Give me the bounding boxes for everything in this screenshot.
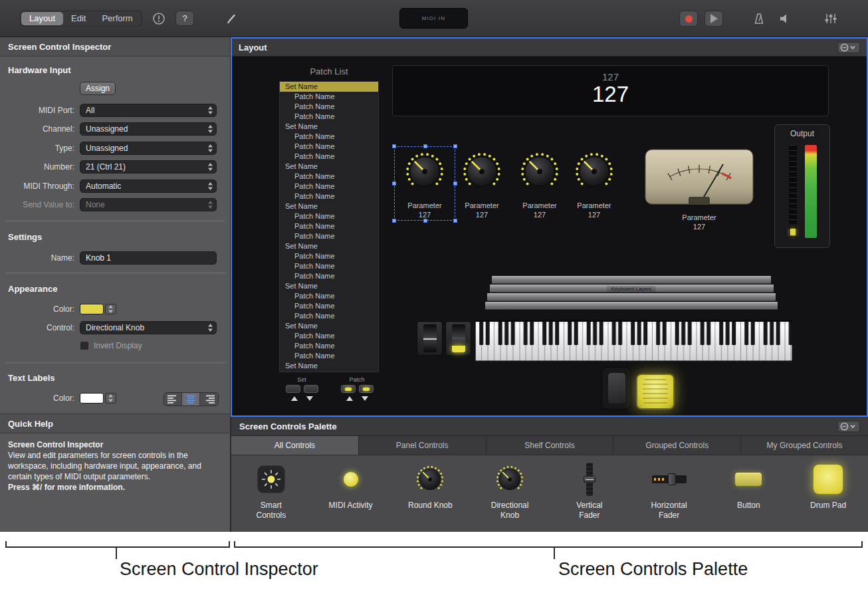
control-dropdown[interactable]: Directional Knob — [80, 321, 217, 334]
invert-display-checkbox[interactable] — [80, 341, 89, 350]
palette-item-vertical-fader[interactable]: Vertical Fader — [550, 461, 629, 521]
mode-edit-button[interactable]: Edit — [63, 12, 94, 25]
patch-list-patch-row[interactable]: Patch Name — [280, 152, 378, 162]
channel-dropdown[interactable]: Unassigned — [80, 122, 217, 136]
patch-list-patch-row[interactable]: Patch Name — [280, 261, 378, 271]
patch-list-patch-row[interactable]: Patch Name — [280, 301, 378, 311]
mod-wheel[interactable] — [445, 321, 471, 356]
workspace-action-menu[interactable] — [837, 42, 860, 53]
palette-item-smart-controls[interactable]: Smart Controls — [231, 461, 311, 521]
panic-button[interactable] — [152, 11, 166, 26]
master-mute-button[interactable] — [778, 13, 793, 25]
patch-list-set-row[interactable]: Set Name — [280, 201, 378, 211]
metronome-button[interactable] — [752, 11, 766, 26]
vu-meter-control[interactable]: Parameter127 — [645, 149, 754, 232]
palette-item-drum-pad[interactable]: Drum Pad — [788, 461, 868, 511]
help-button[interactable]: ? — [175, 11, 194, 26]
keyboard-layers[interactable]: Keyboard Layers — [485, 276, 778, 310]
patch-list-set-row[interactable]: Set Name — [280, 281, 378, 291]
tab-shelf-controls[interactable]: Shelf Controls — [487, 436, 614, 455]
patch-list-patch-row[interactable]: Patch Name — [280, 221, 378, 231]
text-color-well[interactable] — [80, 393, 116, 404]
patch-list-patch-row[interactable]: Patch Name — [280, 251, 378, 261]
patch-list-patch-row[interactable]: Patch Name — [280, 351, 378, 361]
patch-list-set-row[interactable]: Set Name — [280, 241, 378, 251]
patch-list-patch-row[interactable]: Patch Name — [280, 92, 378, 102]
keyboard-layer[interactable]: Keyboard Layers — [490, 285, 774, 293]
type-dropdown[interactable]: Unassigned — [80, 142, 217, 155]
patch-list-set-row[interactable]: Set Name — [280, 321, 378, 331]
align-right-button[interactable] — [200, 393, 218, 406]
parameter-value-display[interactable]: 127 127 — [392, 65, 829, 116]
down-arrow-icon — [362, 396, 368, 401]
keyboard-control[interactable] — [475, 320, 792, 364]
patch-list-set-row[interactable]: Set Name — [280, 162, 378, 172]
patch-list-patch-row[interactable]: Patch Name — [280, 191, 378, 201]
palette-item-directional-knob[interactable]: Directional Knob — [470, 461, 550, 521]
quick-help-panel: Quick Help Screen Control Inspector View… — [0, 413, 231, 532]
knob-control-2[interactable]: Parameter127 — [453, 150, 510, 220]
keyboard-layer[interactable] — [485, 302, 778, 310]
patch-list-set-row[interactable]: Set Name — [280, 122, 378, 132]
midi-through-dropdown[interactable]: Automatic — [80, 179, 217, 193]
palette-item-button[interactable]: Button — [709, 461, 789, 511]
tab-my-grouped-controls[interactable]: My Grouped Controls — [741, 436, 868, 455]
palette-item-horizontal-fader[interactable]: Horizontal Fader — [629, 461, 709, 521]
palette-item-round-knob[interactable]: Round Knob — [391, 461, 471, 511]
name-field[interactable]: Knob 1 — [80, 251, 217, 265]
patch-list-patch-row[interactable]: Patch Name — [280, 231, 378, 241]
patch-list-patch-row[interactable]: Patch Name — [280, 291, 378, 301]
knob-label: Parameter — [577, 201, 611, 209]
patch-list-patch-row[interactable]: Patch Name — [280, 142, 378, 152]
patch-list-set-row[interactable]: Set Name — [280, 82, 378, 92]
keyboard-layer[interactable] — [492, 276, 771, 284]
patch-list-set-row[interactable]: Set Name — [280, 361, 378, 371]
patch-list-patch-row[interactable]: Patch Name — [280, 181, 378, 191]
keyboard-layer[interactable] — [487, 293, 776, 301]
patch-list-patch-row[interactable]: Patch Name — [280, 331, 378, 341]
knob-value: 127 — [588, 211, 600, 219]
set-prev-button[interactable] — [286, 385, 300, 393]
patch-list-patch-row[interactable]: Patch Name — [280, 311, 378, 321]
tab-all-controls[interactable]: All Controls — [231, 436, 359, 455]
expression-pedal[interactable] — [601, 367, 631, 410]
set-next-button[interactable] — [304, 385, 318, 393]
align-left-button[interactable] — [164, 393, 182, 406]
patch-list-patch-row[interactable]: Patch Name — [280, 271, 378, 281]
text-align-group — [163, 392, 219, 406]
midi-port-dropdown[interactable]: All — [80, 104, 217, 117]
bracket-tick — [229, 541, 230, 548]
color-stepper[interactable] — [105, 304, 116, 314]
knob-control-1[interactable]: Parameter127 — [396, 150, 453, 220]
tab-panel-controls[interactable]: Panel Controls — [359, 436, 487, 455]
vu-value: 127 — [693, 223, 705, 231]
align-center-button[interactable] — [182, 393, 200, 406]
tab-grouped-controls[interactable]: Grouped Controls — [613, 436, 741, 455]
record-button[interactable] — [679, 11, 698, 27]
patch-list-patch-row[interactable]: Patch Name — [280, 102, 378, 112]
patch-prev-button[interactable] — [341, 385, 356, 393]
pitch-wheel[interactable] — [417, 321, 443, 356]
patch-list-patch-row[interactable]: Patch Name — [280, 132, 378, 142]
patch-next-button[interactable] — [359, 385, 374, 393]
knob-control-3[interactable]: Parameter127 — [511, 150, 568, 220]
drum-pad-icon — [813, 464, 843, 495]
master-levels-button[interactable] — [823, 12, 838, 25]
mode-perform-button[interactable]: Perform — [94, 12, 140, 25]
assign-button[interactable]: Assign — [80, 82, 116, 95]
palette-action-menu[interactable] — [837, 421, 860, 432]
patch-list-patch-row[interactable]: Patch Name — [280, 172, 378, 181]
play-button[interactable] — [705, 11, 723, 27]
sustain-pedal[interactable] — [636, 374, 675, 410]
color-well[interactable] — [80, 304, 116, 314]
mode-layout-button[interactable]: Layout — [21, 12, 63, 25]
patch-list-patch-row[interactable]: Patch Name — [280, 211, 378, 221]
brush-button[interactable] — [225, 12, 238, 25]
patch-list-patch-row[interactable]: Patch Name — [280, 341, 378, 351]
knob-control-4[interactable]: Parameter127 — [566, 150, 623, 220]
master-fader[interactable] — [789, 145, 797, 238]
patch-list-patch-row[interactable]: Patch Name — [280, 112, 378, 122]
palette-item-midi-activity[interactable]: MIDI Activity — [311, 461, 391, 511]
text-color-stepper[interactable] — [105, 393, 116, 404]
number-dropdown[interactable]: 21 (Ctrl 21) — [80, 160, 217, 174]
